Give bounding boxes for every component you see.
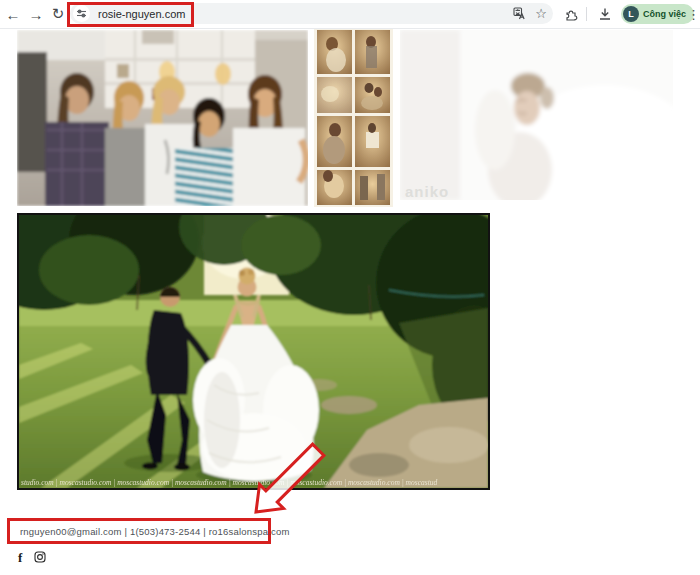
instagram-icon[interactable] <box>34 549 46 567</box>
aniko-watermark: aniko <box>405 183 449 200</box>
profile-label: Công việc <box>643 9 686 19</box>
profile-button[interactable]: L Công việc <box>621 4 694 24</box>
url-text: rosie-nguyen.com <box>98 8 185 20</box>
facebook-icon[interactable]: f <box>18 550 22 566</box>
toolbar-divider <box>586 7 587 21</box>
download-icon[interactable] <box>594 0 616 28</box>
gallery-photo-group[interactable] <box>17 30 308 206</box>
annotation-arrow <box>246 440 338 526</box>
back-icon[interactable]: ← <box>2 0 24 28</box>
url-bar[interactable]: rosie-nguyen.com ☆ <box>70 3 553 24</box>
browser-toolbar: ← → ↻ rosie-nguyen.com <box>0 0 700 29</box>
footer-social: f <box>18 549 46 567</box>
site-info-icon[interactable] <box>73 5 90 22</box>
gallery-photo-collage[interactable] <box>314 28 393 207</box>
browser-menu-icon[interactable]: ⋮ <box>687 0 700 28</box>
annotation-contact-box: rnguyen00@gmail.com | 1(503)473-2544 | r… <box>7 518 271 544</box>
forward-icon[interactable]: → <box>25 0 47 28</box>
translate-icon[interactable] <box>513 7 526 20</box>
reload-icon[interactable]: ↻ <box>47 0 69 28</box>
contact-line: rnguyen00@gmail.com | 1(503)473-2544 | r… <box>20 526 290 537</box>
gallery-photo-bride[interactable]: aniko <box>400 30 673 200</box>
bookmark-star-icon[interactable]: ☆ <box>535 6 547 21</box>
browser-window: ← → ↻ rosie-nguyen.com <box>0 0 700 575</box>
profile-avatar: L <box>623 6 639 22</box>
extensions-icon[interactable] <box>560 0 582 28</box>
